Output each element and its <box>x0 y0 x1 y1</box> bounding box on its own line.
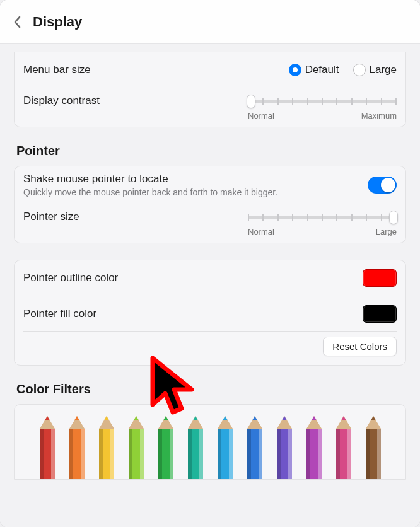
pointer-card-2: Pointer outline color Pointer fill color… <box>14 260 406 366</box>
pointer-size-max-label: Large <box>376 227 397 236</box>
pointer-outline-label: Pointer outline color <box>23 272 363 284</box>
pointer-fill-label: Pointer fill color <box>23 308 363 320</box>
pencil-icon <box>303 416 325 479</box>
color-filters-section-title: Color Filters <box>16 382 406 397</box>
reset-colors-button[interactable]: Reset Colors <box>323 337 397 356</box>
radio-label-default: Default <box>305 64 339 76</box>
pencil-icon <box>125 416 147 479</box>
pencil-icon <box>37 416 58 479</box>
contrast-max-label: Maximum <box>361 111 397 120</box>
pointer-outline-color-well[interactable] <box>363 269 397 287</box>
pointer-size-label: Pointer size <box>23 211 248 223</box>
page-title: Display <box>33 14 82 30</box>
back-button[interactable] <box>13 15 23 29</box>
pointer-section-title: Pointer <box>16 144 406 158</box>
pointer-card-1: Shake mouse pointer to locate Quickly mo… <box>14 166 406 243</box>
menu-bar-size-default-radio[interactable]: Default <box>289 64 339 76</box>
shake-pointer-toggle[interactable] <box>368 177 397 194</box>
pencil-icon <box>214 416 236 479</box>
pencil-icon <box>155 416 177 479</box>
shake-pointer-sub: Quickly move the mouse pointer back and … <box>23 187 368 197</box>
pencil-icon <box>96 416 117 479</box>
pencil-icon <box>333 416 354 479</box>
pencil-icon <box>66 416 88 479</box>
color-filters-preview <box>14 404 406 480</box>
menu-bar-size-label: Menu bar size <box>23 64 289 76</box>
radio-label-large: Large <box>370 64 397 76</box>
shake-pointer-label: Shake mouse pointer to locate <box>23 173 368 185</box>
contrast-min-label: Normal <box>248 111 274 120</box>
pointer-fill-color-well[interactable] <box>363 305 397 323</box>
pointer-size-slider[interactable] <box>248 211 397 224</box>
pencil-icon <box>274 416 295 479</box>
pencil-icon <box>244 416 265 479</box>
display-contrast-label: Display contrast <box>23 95 248 107</box>
display-card: Menu bar size Default Large Display cont… <box>14 52 406 127</box>
display-contrast-slider[interactable] <box>248 95 397 108</box>
menu-bar-size-radio-group: Default Large <box>289 64 397 76</box>
menu-bar-size-large-radio[interactable]: Large <box>353 64 397 76</box>
pointer-size-min-label: Normal <box>248 227 274 236</box>
pencil-icon <box>185 416 206 479</box>
pencil-icon <box>363 416 384 479</box>
